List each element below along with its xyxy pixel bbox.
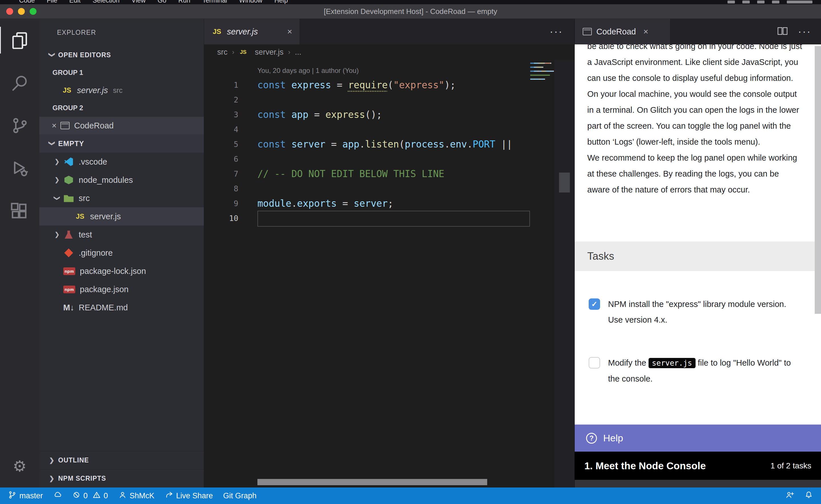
line-number: 8 xyxy=(204,184,238,193)
menu-view[interactable]: View xyxy=(125,0,151,4)
code-line-7[interactable]: 7// -- DO NOT EDIT BELOW THIS LINE xyxy=(204,166,574,181)
checkbox-checked[interactable]: ✓ xyxy=(589,298,600,310)
menu-window[interactable]: Window xyxy=(233,0,269,4)
editor-horizontal-scrollbar[interactable] xyxy=(258,479,487,485)
lesson-progress: 1 of 2 tasks xyxy=(771,461,811,470)
node-icon xyxy=(63,175,74,185)
tree-item-package-json[interactable]: npmpackage.json xyxy=(39,280,204,298)
tree-item-node-modules[interactable]: ❯node_modules xyxy=(39,171,204,189)
breadcrumb-symbol[interactable]: ... xyxy=(295,48,302,57)
tree-item--vscode[interactable]: ❯.vscode xyxy=(39,153,204,171)
panel-more-actions-icon[interactable]: ··· xyxy=(798,29,811,34)
close-icon[interactable]: × xyxy=(48,121,60,130)
invite-button[interactable] xyxy=(786,491,794,501)
macos-menu-bar: CodeFileEditSelectionViewGoRunTerminalWi… xyxy=(0,0,821,4)
open-editor-coderoad[interactable]: × CodeRoad xyxy=(39,117,204,134)
menu-selection[interactable]: Selection xyxy=(87,0,126,4)
code-line-9[interactable]: 9module.exports = server; xyxy=(204,196,574,211)
run-and-debug-icon[interactable] xyxy=(0,147,39,190)
code-line-1[interactable]: 1const express = require("express"); xyxy=(204,77,574,92)
minimap-line xyxy=(530,73,554,75)
branch-indicator[interactable]: master xyxy=(8,491,43,501)
close-tab-icon[interactable]: × xyxy=(287,27,292,36)
status-label: master xyxy=(19,491,43,500)
tree-item-package-lock-json[interactable]: npmpackage-lock.json xyxy=(39,262,204,280)
breadcrumb-src[interactable]: src xyxy=(217,48,228,57)
npm-icon: npm xyxy=(63,267,75,275)
window-title-bar: [Extension Development Host] - CodeRoad … xyxy=(0,4,821,19)
editor-vertical-scrollbar[interactable] xyxy=(554,60,574,487)
line-number: 4 xyxy=(204,125,238,134)
chevron-down-icon: ❯ xyxy=(46,51,58,59)
js-icon: JS xyxy=(75,211,85,222)
tree-item--gitignore[interactable]: .gitignore xyxy=(39,244,204,262)
chevron-down-icon: ❯ xyxy=(46,140,58,147)
menu-code[interactable]: Code xyxy=(13,0,41,4)
extensions-icon[interactable] xyxy=(0,190,39,232)
task-item-modify-server: Modify the server.js file to log "Hello … xyxy=(589,357,798,387)
scrollbar-thumb[interactable] xyxy=(559,173,570,192)
close-tab-icon[interactable]: × xyxy=(644,27,649,36)
outline-section-header[interactable]: ❯ OUTLINE xyxy=(39,451,204,469)
menu-help[interactable]: Help xyxy=(268,0,294,4)
inline-code-chip: server.js xyxy=(649,358,696,368)
git-graph-button[interactable]: Git Graph xyxy=(223,491,257,500)
code-line-6[interactable]: 6 xyxy=(204,151,574,166)
code-text: const server = app.listen(process.env.PO… xyxy=(238,139,512,150)
tab-serverjs[interactable]: JS server.js × xyxy=(204,19,300,44)
close-window-button[interactable] xyxy=(6,8,13,15)
codelens-annotation[interactable]: You, 20 days ago | 1 author (You) xyxy=(258,67,359,75)
tree-item-label: package.json xyxy=(80,285,128,294)
warning-count[interactable]: 0 xyxy=(92,491,108,501)
help-button[interactable]: ? Help xyxy=(575,425,821,452)
lesson-title: 1. Meet the Node Console xyxy=(584,460,706,472)
code-line-10[interactable]: 10 xyxy=(204,211,574,226)
live-share-account[interactable]: ShMcK xyxy=(118,491,154,501)
notifications-button[interactable] xyxy=(804,491,813,501)
code-editor[interactable]: You, 20 days ago | 1 author (You) 1const… xyxy=(204,60,574,487)
menu-go[interactable]: Go xyxy=(152,0,172,4)
split-editor-icon[interactable] xyxy=(777,27,788,36)
open-editor-serverjs[interactable]: JS server.js src xyxy=(39,81,204,99)
person-icon xyxy=(118,491,127,501)
open-editors-section-header[interactable]: ❯ OPEN EDITORS xyxy=(39,46,204,64)
tree-item-readme-md[interactable]: M↓README.md xyxy=(39,298,204,317)
code-line-4[interactable]: 4 xyxy=(204,122,574,137)
code-line-3[interactable]: 3const app = express(); xyxy=(204,107,574,122)
live-share-button[interactable]: Live Share xyxy=(165,491,213,501)
error-icon xyxy=(72,491,81,501)
explorer-icon[interactable] xyxy=(0,19,39,62)
code-line-8[interactable]: 8 xyxy=(204,181,574,196)
code-line-5[interactable]: 5const server = app.listen(process.env.P… xyxy=(204,137,574,151)
source-control-icon[interactable] xyxy=(0,104,39,147)
live-share-icon xyxy=(165,491,173,501)
zoom-window-button[interactable] xyxy=(30,8,36,15)
editor-area: JS server.js × ··· src › JS server.js › … xyxy=(204,19,574,487)
tree-item-label: .vscode xyxy=(79,157,107,167)
minimize-window-button[interactable] xyxy=(18,8,25,15)
tree-item-server-js[interactable]: JSserver.js xyxy=(39,207,204,226)
checkbox-unchecked[interactable] xyxy=(589,357,600,368)
tree-item-src[interactable]: ❯src xyxy=(39,189,204,207)
settings-gear-icon[interactable]: ⚙︎ xyxy=(0,445,39,487)
tab-coderoad[interactable]: CodeRoad × xyxy=(575,19,671,44)
breadcrumb-file[interactable]: server.js xyxy=(255,48,284,57)
search-icon[interactable] xyxy=(0,62,39,104)
editor-more-actions-icon[interactable]: ··· xyxy=(550,29,563,34)
menu-run[interactable]: Run xyxy=(172,0,196,4)
code-text: // -- DO NOT EDIT BELOW THIS LINE xyxy=(238,168,444,179)
minimap[interactable] xyxy=(530,63,554,83)
npm-scripts-section-header[interactable]: ❯ NPM SCRIPTS xyxy=(39,469,204,487)
workspace-section-header[interactable]: ❯ EMPTY xyxy=(39,134,204,153)
menu-edit[interactable]: Edit xyxy=(63,0,87,4)
tree-item-test[interactable]: ❯test xyxy=(39,226,204,244)
code-line-2[interactable]: 2 xyxy=(204,92,574,107)
menu-bar-status-icons[interactable] xyxy=(728,1,812,3)
menu-file[interactable]: File xyxy=(41,0,63,4)
minimap-line xyxy=(530,75,554,77)
error-count[interactable]: 0 xyxy=(72,491,88,501)
sync-status[interactable] xyxy=(53,491,62,501)
webview-scrollbar[interactable] xyxy=(815,46,821,314)
menu-terminal[interactable]: Terminal xyxy=(196,0,233,4)
tasks-section-header: Tasks xyxy=(575,241,821,271)
